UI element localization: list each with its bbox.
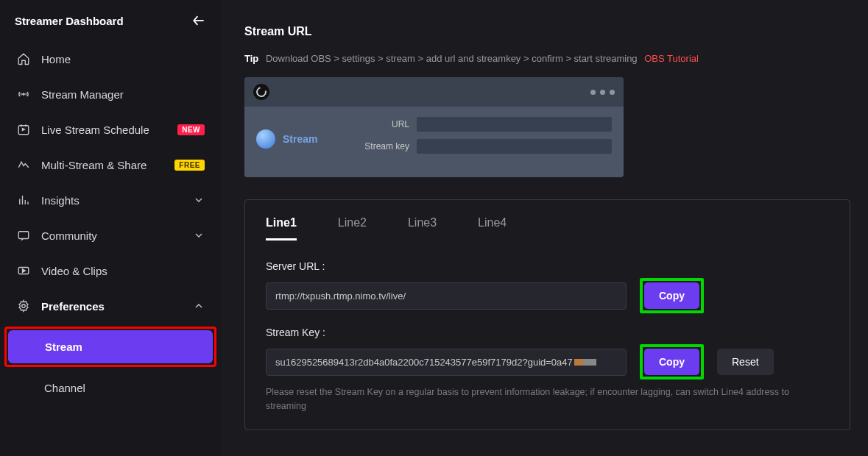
- stream-panel: Line1 Line2 Line3 Line4 Server URL : Cop…: [244, 199, 850, 430]
- obs-preview: Stream URL Stream key: [244, 77, 624, 177]
- obs-sidebar: Stream: [256, 117, 352, 161]
- window-dots-icon: [590, 90, 615, 95]
- new-badge: NEW: [177, 124, 205, 135]
- line-tabs: Line1 Line2 Line3 Line4: [266, 216, 829, 241]
- obs-body: Stream URL Stream key: [244, 107, 624, 177]
- sidebar-item-label: Live Stream Schedule: [41, 124, 149, 136]
- obs-key-label: Stream key: [352, 141, 409, 152]
- tab-line3[interactable]: Line3: [408, 216, 437, 241]
- nav-list: Home Stream Manager Live Stream Schedule…: [0, 38, 221, 327]
- sidebar-item-label: Stream Manager: [41, 88, 124, 101]
- sub-item-label: Stream: [45, 341, 82, 353]
- copy-url-button[interactable]: Copy: [644, 282, 699, 309]
- home-icon: [16, 51, 31, 66]
- obs-stream-label: Stream: [283, 133, 317, 145]
- tab-line1[interactable]: Line1: [266, 216, 297, 241]
- obs-key-input: [417, 139, 612, 154]
- server-url-row: Copy: [266, 278, 829, 313]
- sub-list: Channel: [0, 371, 221, 405]
- share-icon: [16, 157, 31, 172]
- chevron-down-icon: [193, 194, 205, 206]
- sidebar-item-video[interactable]: Video & Clips: [7, 253, 214, 288]
- sidebar-item-label: Insights: [41, 194, 80, 207]
- chart-icon: [16, 193, 31, 207]
- svg-point-4: [22, 304, 26, 308]
- tab-line4[interactable]: Line4: [478, 216, 507, 241]
- server-url-label: Server URL :: [266, 260, 829, 272]
- chat-icon: [16, 228, 31, 243]
- highlight-stream-subitem: Stream: [4, 327, 216, 367]
- sidebar-item-label: Video & Clips: [41, 265, 107, 277]
- sidebar-item-multistream[interactable]: Multi-Stream & Share FREE: [7, 147, 214, 182]
- chevron-down-icon: [193, 229, 205, 241]
- globe-icon: [256, 129, 275, 149]
- masked-tail: [574, 359, 596, 366]
- sidebar-item-insights[interactable]: Insights: [7, 182, 214, 218]
- obs-logo-icon: [253, 84, 269, 100]
- obs-tutorial-link[interactable]: OBS Tutorial: [644, 53, 699, 64]
- sidebar-item-label: Multi-Stream & Share: [41, 159, 147, 171]
- free-badge: FREE: [174, 160, 205, 171]
- sub-item-stream[interactable]: Stream: [8, 330, 213, 363]
- sidebar-item-preferences[interactable]: Preferences: [7, 288, 214, 324]
- svg-rect-2: [18, 232, 29, 239]
- sidebar-item-schedule[interactable]: Live Stream Schedule NEW: [7, 112, 214, 147]
- chevron-up-icon: [193, 300, 205, 312]
- sub-item-channel[interactable]: Channel: [7, 371, 214, 405]
- broadcast-icon: [16, 87, 31, 101]
- sidebar-header: Streamer Dashboard: [0, 9, 221, 38]
- sidebar: Streamer Dashboard Home Stream Manager L…: [0, 0, 221, 456]
- highlight-copy-url: Copy: [640, 278, 704, 313]
- sub-item-label: Channel: [44, 382, 85, 394]
- highlight-copy-key: Copy: [640, 344, 704, 380]
- stream-key-input[interactable]: su1629525689413r2db4a0fa2200c715243577e5…: [266, 349, 627, 376]
- stream-key-label: Stream Key :: [266, 327, 829, 338]
- tip-word: Tip: [244, 53, 258, 64]
- tab-line2[interactable]: Line2: [338, 216, 367, 241]
- obs-fields: URL Stream key: [352, 117, 612, 161]
- reset-button[interactable]: Reset: [717, 349, 774, 375]
- server-url-input[interactable]: [266, 282, 627, 310]
- page-title: Stream URL: [244, 25, 850, 38]
- obs-url-label: URL: [352, 119, 409, 129]
- svg-point-0: [23, 93, 24, 95]
- sidebar-item-home[interactable]: Home: [7, 41, 214, 76]
- stream-key-row: su1629525689413r2db4a0fa2200c715243577e5…: [266, 344, 829, 380]
- sidebar-item-label: Preferences: [41, 300, 105, 313]
- tip-line: Tip Download OBS > settings > stream > a…: [244, 53, 850, 64]
- collapse-icon[interactable]: [191, 13, 206, 28]
- sidebar-item-community[interactable]: Community: [7, 218, 214, 253]
- obs-url-input: [417, 117, 612, 132]
- sidebar-item-label: Home: [41, 53, 71, 65]
- calendar-icon: [16, 122, 31, 137]
- help-text: Please reset the Stream Key on a regular…: [266, 385, 829, 413]
- main-content: Stream URL Tip Download OBS > settings >…: [221, 0, 868, 456]
- sidebar-item-stream-manager[interactable]: Stream Manager: [7, 76, 214, 112]
- video-icon: [16, 263, 31, 278]
- tip-text: Download OBS > settings > stream > add u…: [266, 53, 638, 64]
- gear-icon: [16, 299, 31, 313]
- obs-titlebar: [244, 77, 624, 107]
- sub-list: Stream: [8, 330, 213, 363]
- stream-key-value: su1629525689413r2db4a0fa2200c715243577e5…: [275, 357, 573, 368]
- copy-key-button[interactable]: Copy: [644, 349, 699, 375]
- sidebar-title: Streamer Dashboard: [15, 15, 124, 27]
- sidebar-item-label: Community: [41, 229, 97, 242]
